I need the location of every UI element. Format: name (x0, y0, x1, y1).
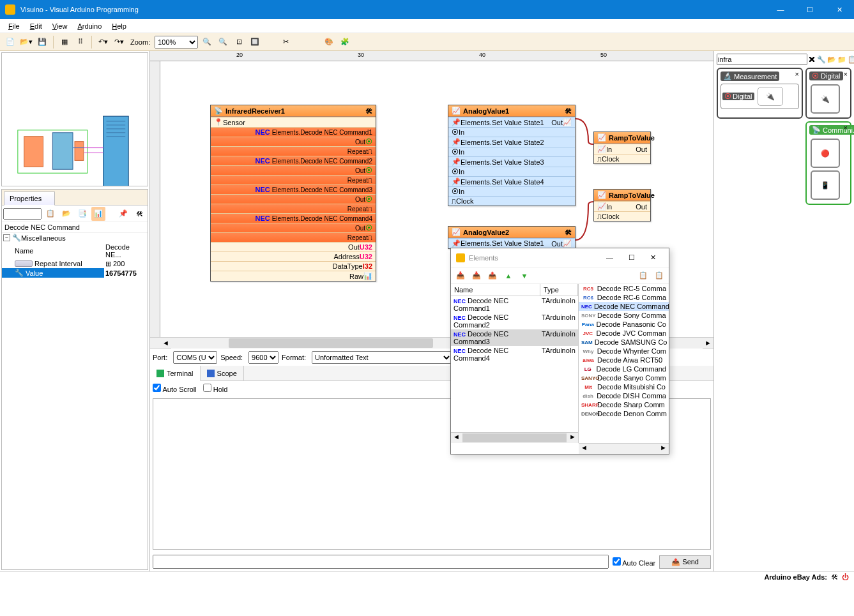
tab-scope[interactable]: Scope (201, 366, 244, 380)
dialog-minimize[interactable]: — (599, 254, 621, 262)
prop-tb-1[interactable]: 📋 (43, 207, 57, 221)
menu-file[interactable]: File (3, 21, 25, 31)
dlg-add2[interactable]: 📥 (469, 269, 484, 283)
category-close-icon[interactable]: × (844, 70, 848, 78)
block-analog-value-2[interactable]: 📈AnalogValue2🛠 📌Elements.Set Value State… (448, 226, 576, 249)
prop-pin[interactable]: 📌 (116, 207, 130, 221)
new-button[interactable]: 📄 (3, 35, 17, 49)
delete-button[interactable]: ✂ (278, 35, 293, 49)
dialog-close[interactable]: ✕ (643, 253, 664, 262)
decoder-option[interactable]: JVCDecode JVC Comman (579, 329, 669, 338)
open-button[interactable]: 📂▾ (19, 35, 33, 49)
dlg-left-scroll[interactable]: ◄► (451, 432, 578, 443)
elements-list-row[interactable]: NECDecode NEC Command1TArduinoIn (451, 296, 578, 313)
decoder-option[interactable]: SONYDecode Sony Comma (579, 311, 669, 320)
decoder-option[interactable]: LGDecode LG Command (579, 364, 669, 373)
prop-name-value[interactable]: Decode NE... (104, 243, 148, 259)
decoder-option[interactable]: SAMDecode SAMSUNG Co (579, 338, 669, 347)
elements-dialog[interactable]: Elements — ☐ ✕ 📥 📥 📤 ▲ ▼ 📋 📋 Name Type N… (450, 248, 669, 454)
dlg-paste[interactable]: 📋 (652, 269, 666, 283)
zoom-out-button[interactable]: 🔍 (216, 35, 230, 49)
minimize-button[interactable]: — (766, 0, 795, 19)
palette-search[interactable] (717, 54, 807, 65)
decoder-option[interactable]: aiwaDecode Aiwa RCT50 (579, 356, 669, 364)
prop-tools[interactable]: 🛠 (132, 207, 146, 221)
dlg-add[interactable]: 📥 (454, 269, 468, 283)
decoder-option[interactable]: NECDecode NEC Command (579, 302, 669, 311)
ir-sensor-pin[interactable]: Sensor (223, 119, 245, 126)
palette-icon-4[interactable]: 📋 (848, 56, 854, 64)
palette-icon-2[interactable]: 📂 (827, 56, 836, 64)
menu-edit[interactable]: Edit (25, 21, 47, 31)
grid-button[interactable]: ▦ (57, 35, 72, 49)
decoder-option[interactable]: SHARPDecode Sharp Comm (579, 400, 669, 409)
port-select[interactable]: COM5 (U (173, 351, 217, 364)
prop-repeat-value[interactable]: 200 (112, 259, 148, 268)
format-select[interactable]: Unformatted Text (312, 351, 452, 364)
category-close-icon[interactable]: × (844, 124, 848, 131)
palette-button[interactable]: 🎨 (322, 35, 336, 49)
autoclear-checkbox[interactable] (613, 557, 621, 566)
zoom-fit-button[interactable]: ⊡ (232, 35, 246, 49)
autoscroll-checkbox[interactable] (153, 384, 161, 392)
dialog-maximize[interactable]: ☐ (621, 253, 643, 262)
dlg-remove[interactable]: 📤 (485, 269, 499, 283)
decoder-option[interactable]: RC5Decode RC-5 Comma (579, 284, 669, 293)
component-item-2[interactable]: 📱 (811, 170, 840, 200)
config-icon[interactable]: 🛠 (365, 107, 372, 115)
zoom-reset-button[interactable]: 🔲 (248, 35, 262, 49)
component-item-1[interactable]: 🔴 (811, 139, 840, 168)
send-button[interactable]: 📤 Send (659, 555, 711, 569)
col-name[interactable]: Name (451, 284, 540, 296)
zoom-select[interactable]: 100% (155, 36, 198, 49)
maximize-button[interactable]: ☐ (795, 0, 825, 19)
ad-tools-icon[interactable]: 🛠 (831, 573, 838, 581)
prop-tb-2[interactable]: 📂 (59, 207, 73, 221)
col-type[interactable]: Type (540, 284, 578, 296)
send-input[interactable] (153, 555, 609, 569)
redo-button[interactable]: ↷▾ (112, 35, 126, 49)
zoom-in-button[interactable]: 🔍 (200, 35, 214, 49)
ad-power-icon[interactable]: ⏻ (842, 573, 849, 581)
decoder-option[interactable]: RC6Decode RC-6 Comma (579, 293, 669, 302)
config-icon[interactable]: 🛠 (565, 107, 572, 115)
save-button[interactable]: 💾 (35, 35, 49, 49)
clear-search-icon[interactable]: 🗙 (809, 56, 816, 63)
decoder-option[interactable]: PanaDecode Panasonic Co (579, 320, 669, 329)
category-close-icon[interactable]: × (795, 70, 799, 78)
component-digital-item[interactable]: 🔌 (758, 87, 783, 106)
properties-tab[interactable]: Properties (4, 192, 55, 206)
menu-arduino[interactable]: Arduino (72, 21, 107, 31)
component-button[interactable]: 🧩 (338, 35, 352, 49)
dlg-up[interactable]: ▲ (501, 269, 515, 283)
tab-terminal[interactable]: Terminal (150, 366, 201, 381)
decoder-option[interactable]: DENONDecode Denon Comm (579, 409, 669, 418)
close-button[interactable]: ✕ (825, 0, 854, 19)
undo-button[interactable]: ↶▾ (96, 35, 110, 49)
properties-filter[interactable] (3, 208, 42, 220)
prop-tb-4[interactable]: 📊 (91, 207, 105, 221)
elements-list-row[interactable]: NECDecode NEC Command3TArduinoIn (451, 329, 578, 346)
elements-list-row[interactable]: NECDecode NEC Command2TArduinoIn (451, 313, 578, 329)
prop-value-value[interactable]: 16754775 (104, 269, 148, 278)
dlg-down[interactable]: ▼ (517, 269, 531, 283)
menu-view[interactable]: View (47, 21, 73, 31)
decoder-option[interactable]: dishDecode DISH Comma (579, 391, 669, 400)
palette-icon-3[interactable]: 📁 (837, 56, 846, 64)
config-icon[interactable]: 🛠 (565, 229, 572, 236)
elements-list-row[interactable]: NECDecode NEC Command4TArduinoIn (451, 346, 578, 363)
decoder-option[interactable]: MitDecode Mitsubishi Co (579, 382, 669, 391)
component-item[interactable]: 🔌 (811, 84, 840, 114)
prop-tb-3[interactable]: 📑 (75, 207, 89, 221)
dlg-copy[interactable]: 📋 (636, 269, 650, 283)
dlg-right-scroll[interactable]: ◄► (579, 443, 669, 454)
block-ramp-2[interactable]: 📈RampToValue 📈InOut ⎍Clock (593, 189, 651, 222)
menu-help[interactable]: Help (107, 21, 132, 31)
hold-checkbox[interactable] (203, 384, 211, 392)
speed-select[interactable]: 9600 (248, 351, 278, 364)
decoder-option[interactable]: WhyDecode Whynter Com (579, 347, 669, 356)
decoder-option[interactable]: SANYODecode Sanyo Comm (579, 373, 669, 382)
prop-group-misc[interactable]: −🔧 Miscellaneous (2, 233, 148, 243)
palette-icon-1[interactable]: 🔧 (817, 56, 826, 64)
block-infrared-receiver[interactable]: 📡InfraredReceiver1🛠 📍Sensor NECElements.… (210, 105, 376, 282)
